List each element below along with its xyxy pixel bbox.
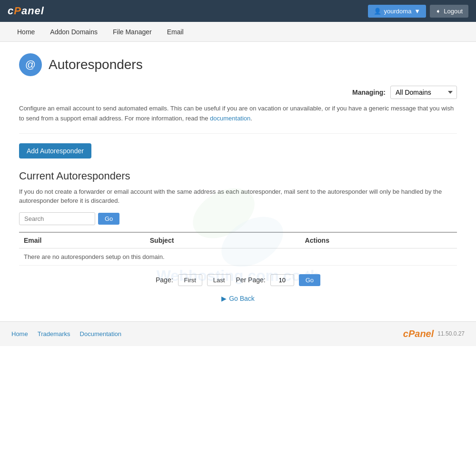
col-email: Email [19, 232, 145, 248]
footer-documentation-link[interactable]: Documentation [80, 330, 121, 337]
go-back-link[interactable]: ▶ Go Back [221, 295, 255, 302]
page-label: Page: [156, 276, 173, 284]
table-header-row: Email Subject Actions [19, 232, 457, 248]
per-page-label: Per Page: [236, 276, 265, 284]
top-bar-right: 👤 yourdoma ▼ ➧ Logout [368, 5, 468, 18]
documentation-link[interactable]: documentation [210, 115, 250, 122]
autoresponders-table: Email Subject Actions There are no autor… [19, 232, 457, 266]
logout-button[interactable]: ➧ Logout [430, 5, 468, 18]
col-actions: Actions [300, 232, 457, 248]
logout-icon: ➧ [436, 8, 441, 15]
main-content: Webhosting.com.co.th @ Autoresponders Ma… [5, 42, 471, 321]
search-go-button[interactable]: Go [98, 213, 119, 225]
autoresponder-icon: @ [19, 53, 42, 76]
search-row: Go [19, 212, 457, 225]
page-title-row: @ Autoresponders [19, 53, 457, 76]
col-subject: Subject [145, 232, 300, 248]
footer-trademarks-link[interactable]: Trademarks [38, 330, 70, 337]
managing-label: Managing: [352, 89, 386, 96]
managing-domain-select[interactable]: All Domains [390, 86, 457, 99]
section-title: Current Autoresponders [19, 170, 457, 182]
footer-version: 11.50.0.27 [437, 330, 465, 337]
go-back-icon: ▶ [221, 295, 227, 302]
cpanel-logo: cPanel [8, 5, 44, 17]
footer: Home Trademarks Documentation cPanel 11.… [0, 321, 476, 346]
secondary-nav: Home Addon Domains File Manager Email [0, 22, 476, 42]
section-note: If you do not create a forwarder or emai… [19, 187, 457, 206]
empty-message: There are no autoresponders setup on thi… [19, 248, 457, 265]
description-text: Configure an email account to send autom… [19, 104, 457, 134]
add-autoresponder-button[interactable]: Add Autoresponder [19, 143, 91, 159]
last-page-button[interactable]: Last [207, 274, 231, 286]
user-menu-button[interactable]: 👤 yourdoma ▼ [368, 5, 426, 18]
pagination-row: Page: First Last Per Page: Go [19, 274, 457, 286]
go-back-label: Go Back [229, 295, 255, 302]
at-icon: @ [25, 59, 36, 71]
managing-row: Managing: All Domains [19, 86, 457, 99]
search-input[interactable] [19, 212, 95, 225]
username-label: yourdoma [384, 8, 412, 15]
table-body: There are no autoresponders setup on thi… [19, 248, 457, 265]
footer-brand: cPanel 11.50.0.27 [403, 328, 465, 339]
footer-links: Home Trademarks Documentation [11, 330, 121, 337]
nav-email[interactable]: Email [159, 23, 191, 40]
first-page-button[interactable]: First [178, 274, 202, 286]
table-header: Email Subject Actions [19, 232, 457, 248]
page-title: Autoresponders [49, 57, 143, 72]
table-empty-row: There are no autoresponders setup on thi… [19, 248, 457, 265]
nav-addon-domains[interactable]: Addon Domains [42, 23, 105, 40]
user-icon: 👤 [374, 8, 381, 15]
pagination-go-button[interactable]: Go [299, 274, 320, 286]
chevron-down-icon: ▼ [414, 8, 420, 15]
nav-home[interactable]: Home [10, 23, 42, 40]
footer-home-link[interactable]: Home [11, 330, 28, 337]
nav-file-manager[interactable]: File Manager [105, 23, 159, 40]
footer-cpanel-logo: cPanel [403, 328, 434, 339]
go-back-row: ▶ Go Back [19, 295, 457, 302]
logout-label: Logout [444, 8, 463, 15]
top-bar: cPanel 👤 yourdoma ▼ ➧ Logout [0, 0, 476, 22]
per-page-input[interactable] [270, 274, 294, 286]
